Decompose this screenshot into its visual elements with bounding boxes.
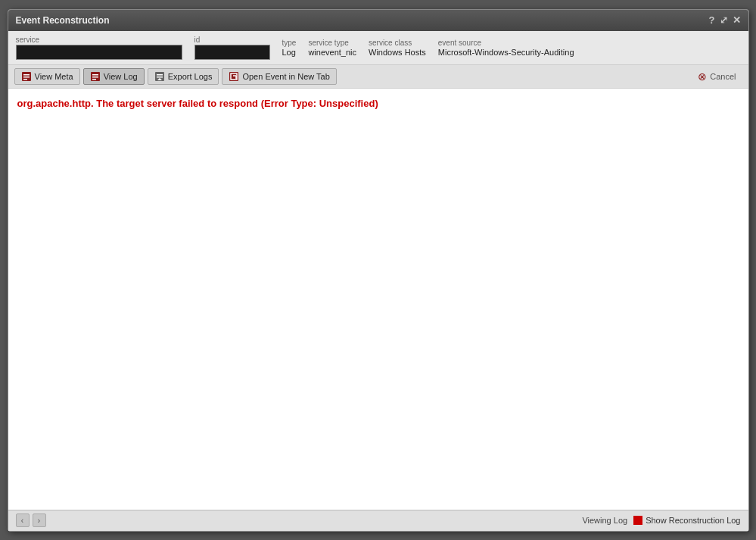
cancel-icon: ⊗ — [698, 70, 707, 83]
id-label: id — [194, 36, 270, 44]
toolbar: View Meta View Log Export Logs Open Even… — [8, 65, 748, 89]
svg-rect-6 — [92, 76, 98, 78]
svg-rect-7 — [92, 79, 96, 80]
show-reconstruction-label: Show Reconstruction Log — [646, 516, 740, 525]
export-logs-button[interactable]: Export Logs — [148, 68, 219, 85]
content-area: org.apache.http. The target server faile… — [8, 89, 748, 510]
open-event-button[interactable]: Open Event in New Tab — [222, 68, 336, 85]
cancel-label: Cancel — [710, 72, 736, 81]
statusbar-left: ‹ › — [16, 513, 46, 527]
service-input[interactable] — [16, 45, 182, 60]
svg-rect-9 — [157, 74, 163, 76]
type-label: type — [282, 39, 297, 47]
statusbar-right: Viewing Log Show Reconstruction Log — [582, 516, 740, 525]
svg-rect-3 — [23, 79, 27, 80]
open-event-label: Open Event in New Tab — [242, 72, 329, 81]
id-input[interactable] — [194, 45, 270, 60]
cancel-button[interactable]: ⊗ Cancel — [692, 68, 742, 85]
next-button[interactable]: › — [33, 513, 46, 527]
service-type-field-group: service type winevent_nic — [308, 39, 356, 57]
event-reconstruction-window: Event Reconstruction ? ⤢ ✕ service id ty… — [8, 9, 749, 532]
id-field-group: id — [194, 36, 270, 60]
view-log-icon — [90, 71, 101, 82]
close-button[interactable]: ✕ — [733, 14, 741, 26]
event-source-label: event source — [438, 39, 574, 47]
event-source-field-group: event source Microsoft-Windows-Security-… — [438, 39, 574, 57]
header-fields: service id type Log service type wineven… — [8, 31, 748, 65]
service-type-value: winevent_nic — [308, 48, 356, 57]
window-title: Event Reconstruction — [16, 15, 110, 26]
view-meta-icon — [21, 71, 32, 82]
statusbar: ‹ › Viewing Log Show Reconstruction Log — [8, 510, 748, 531]
view-meta-label: View Meta — [35, 72, 73, 81]
error-message: org.apache.http. The target server faile… — [17, 98, 378, 109]
svg-rect-2 — [23, 76, 30, 78]
view-log-button[interactable]: View Log — [83, 68, 145, 85]
service-class-value: Windows Hosts — [369, 48, 426, 57]
titlebar: Event Reconstruction ? ⤢ ✕ — [8, 10, 748, 31]
svg-rect-5 — [92, 74, 98, 76]
export-logs-label: Export Logs — [168, 72, 213, 81]
view-log-label: View Log — [104, 72, 138, 81]
prev-button[interactable]: ‹ — [16, 513, 30, 527]
service-field-group: service — [16, 36, 182, 60]
export-logs-icon — [154, 71, 165, 82]
reconstruction-icon — [633, 516, 642, 525]
help-button[interactable]: ? — [709, 14, 715, 26]
open-event-icon — [229, 71, 239, 82]
window-controls: ? ⤢ ✕ — [709, 14, 741, 26]
show-reconstruction-button[interactable]: Show Reconstruction Log — [633, 516, 740, 525]
svg-rect-10 — [157, 76, 163, 78]
event-source-value: Microsoft-Windows-Security-Auditing — [438, 48, 574, 57]
field-row: service id type Log service type wineven… — [16, 36, 741, 60]
viewing-label: Viewing Log — [582, 516, 627, 525]
type-value: Log — [282, 48, 297, 57]
service-class-field-group: service class Windows Hosts — [369, 39, 426, 57]
svg-rect-1 — [23, 74, 30, 76]
view-meta-button[interactable]: View Meta — [14, 68, 80, 85]
expand-button[interactable]: ⤢ — [720, 14, 728, 26]
service-label: service — [16, 36, 182, 44]
service-type-label: service type — [308, 39, 356, 47]
type-field-group: type Log — [282, 39, 297, 57]
service-class-label: service class — [369, 39, 426, 47]
